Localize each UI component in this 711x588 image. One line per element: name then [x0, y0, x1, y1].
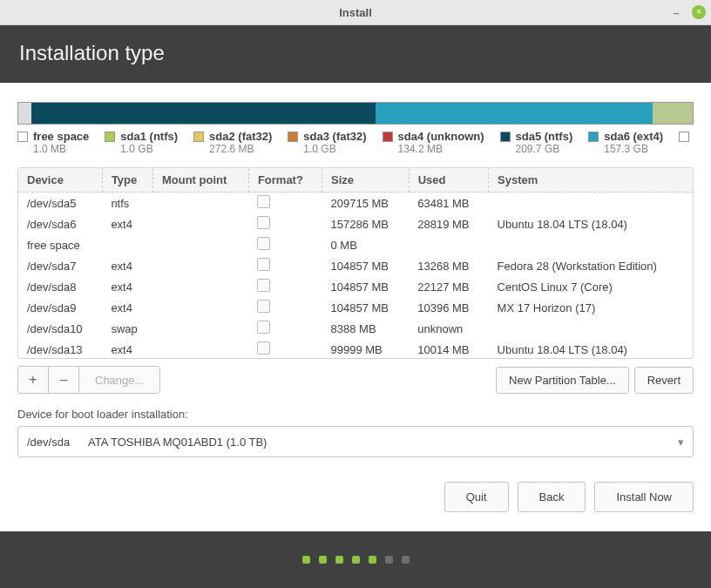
cell-device: /dev/sda8 [18, 276, 102, 297]
table-row[interactable]: /dev/sda7ext4104857 MB13268 MBFedora 28 … [18, 255, 693, 276]
legend-size: 399.9 k [679, 143, 694, 155]
back-button[interactable]: Back [518, 482, 586, 512]
revert-button[interactable]: Revert [634, 367, 694, 394]
cell-used: 63481 MB [409, 193, 488, 214]
table-row[interactable]: /dev/sda13ext499999 MB10014 MBUbuntu 18.… [18, 339, 693, 359]
cell-device: /dev/sda6 [18, 213, 102, 234]
boot-loader-device: /dev/sda [27, 436, 88, 449]
table-row[interactable]: /dev/sda8ext4104857 MB22127 MBCentOS Lin… [18, 276, 693, 297]
quit-button[interactable]: Quit [444, 482, 509, 512]
cell-type: ext4 [102, 276, 152, 297]
cell-type: ext4 [102, 255, 152, 276]
cell-size: 104857 MB [322, 297, 410, 318]
legend-swatch [679, 132, 689, 142]
boot-loader-select[interactable]: /dev/sda ATA TOSHIBA MQ01ABD1 (1.0 TB) ▾ [17, 426, 694, 457]
cell-format [248, 318, 322, 339]
partition-bar [17, 102, 694, 125]
close-icon[interactable]: × [692, 5, 706, 19]
legend-item: sda3 (fat32)1.0 GB [288, 130, 366, 155]
legend-label: sda2 (fat32) [209, 130, 272, 143]
table-row[interactable]: free space0 MB [18, 234, 693, 255]
progress-step [352, 556, 360, 564]
partition-seg-sda5 [31, 103, 376, 124]
format-checkbox[interactable] [257, 279, 270, 292]
cell-format [248, 193, 322, 214]
cell-system [489, 318, 693, 339]
table-header[interactable]: Device [18, 168, 102, 193]
legend-label: sda3 (fat32) [303, 130, 366, 143]
cell-size: 157286 MB [322, 213, 410, 234]
table-header[interactable]: Used [409, 168, 488, 193]
cell-size: 209715 MB [322, 193, 410, 214]
cell-device: /dev/sda13 [18, 339, 102, 359]
legend-swatch [383, 132, 393, 142]
cell-type: ext4 [102, 213, 152, 234]
table-header[interactable]: System [489, 168, 693, 193]
boot-loader-desc: ATA TOSHIBA MQ01ABD1 (1.0 TB) [88, 436, 267, 449]
table-row[interactable]: /dev/sda9ext4104857 MB10396 MBMX 17 Hori… [18, 297, 693, 318]
cell-system [489, 234, 693, 255]
cell-format [248, 234, 322, 255]
table-row[interactable]: /dev/sda10swap8388 MBunknown [18, 318, 693, 339]
legend-swatch [500, 132, 511, 142]
content: free space1.0 MBsda1 (ntfs)1.0 GBsda2 (f… [0, 83, 711, 531]
progress-step [385, 556, 393, 564]
legend-size: 157.3 GB [588, 143, 663, 155]
cell-size: 0 MB [322, 234, 410, 255]
progress-step [335, 556, 343, 564]
legend-label: sda4 (unknown) [398, 130, 484, 143]
change-partition-button[interactable]: Change... [78, 366, 160, 394]
table-header[interactable]: Size [322, 168, 410, 193]
table-header[interactable]: Mount point [152, 168, 248, 193]
legend-swatch [105, 132, 115, 142]
table-header[interactable]: Format? [248, 168, 322, 193]
partition-toolbar: + – Change... New Partition Table... Rev… [17, 366, 694, 394]
remove-partition-button[interactable]: – [48, 366, 79, 394]
legend-swatch [17, 132, 28, 142]
cell-used: 10014 MB [409, 339, 488, 359]
legend-label: sda1 (ntfs) [120, 130, 178, 143]
install-now-button[interactable]: Install Now [594, 482, 694, 512]
minimize-icon[interactable]: – [669, 5, 683, 19]
progress-footer [0, 531, 711, 588]
cell-type: swap [102, 318, 152, 339]
format-checkbox[interactable] [257, 195, 270, 208]
cell-type: ntfs [102, 193, 152, 214]
format-checkbox[interactable] [257, 321, 270, 334]
new-partition-table-button[interactable]: New Partition Table... [496, 367, 629, 394]
cell-system: CentOS Linux 7 (Core) [489, 276, 693, 297]
cell-mount [152, 297, 248, 318]
format-checkbox[interactable] [257, 258, 270, 271]
cell-device: free space [18, 234, 102, 255]
cell-device: /dev/sda5 [18, 193, 102, 214]
format-checkbox[interactable] [257, 341, 270, 355]
format-checkbox[interactable] [257, 216, 270, 229]
cell-system: MX 17 Horizon (17) [489, 297, 693, 318]
legend-label: free space [33, 130, 89, 143]
cell-format [248, 276, 322, 297]
cell-used: unknown [409, 318, 488, 339]
format-checkbox[interactable] [257, 237, 270, 250]
cell-format [248, 297, 322, 318]
cell-mount [152, 318, 248, 339]
legend-item: sda4 (unknown)134.2 MB [383, 130, 484, 155]
partition-table[interactable]: DeviceTypeMount pointFormat?SizeUsedSyst… [18, 168, 693, 359]
cell-type: ext4 [102, 339, 152, 359]
action-row: Quit Back Install Now [17, 482, 694, 531]
partition-seg-sda6 [376, 103, 652, 124]
cell-used: 28819 MB [409, 213, 488, 234]
add-partition-button[interactable]: + [17, 366, 49, 394]
cell-used: 13268 MB [409, 255, 488, 276]
table-header[interactable]: Type [102, 168, 152, 193]
cell-system [489, 193, 693, 214]
progress-step [402, 556, 410, 564]
table-row[interactable]: /dev/sda6ext4157286 MB28819 MBUbuntu 18.… [18, 213, 693, 234]
cell-format [248, 213, 322, 234]
cell-system: Ubuntu 18.04 LTS (18.04) [489, 339, 693, 359]
titlebar: Install – × [0, 0, 711, 25]
format-checkbox[interactable] [257, 300, 270, 313]
table-row[interactable]: /dev/sda5ntfs209715 MB63481 MB [18, 193, 693, 214]
cell-system: Fedora 28 (Workstation Edition) [489, 255, 693, 276]
cell-type: ext4 [102, 297, 152, 318]
cell-system: Ubuntu 18.04 LTS (18.04) [489, 213, 693, 234]
